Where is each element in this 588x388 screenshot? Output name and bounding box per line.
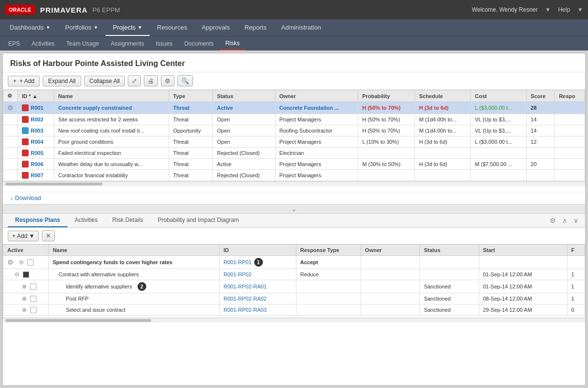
- col-id[interactable]: ID * ▲: [18, 90, 54, 102]
- panel-collapse-button[interactable]: ∧: [560, 216, 569, 225]
- risk-score: 28: [527, 102, 555, 114]
- nav-resources[interactable]: Resources: [150, 19, 194, 36]
- expand-all-button[interactable]: Expand All: [43, 76, 81, 86]
- risk-response: [555, 114, 585, 125]
- subnav-assignments[interactable]: Assignments: [105, 36, 150, 51]
- nav-dashboards[interactable]: Dashboards▼: [2, 19, 58, 36]
- expand-minus-icon[interactable]: ⊖: [19, 259, 24, 266]
- nav-portfolios[interactable]: Portfolios▼: [58, 19, 105, 36]
- col-schedule[interactable]: Schedule: [415, 90, 471, 102]
- row-gear[interactable]: [3, 114, 18, 125]
- expand-plus-icon[interactable]: ⊕: [22, 295, 27, 302]
- col-score[interactable]: Score: [527, 90, 555, 102]
- row-gear-icon[interactable]: ⚙: [7, 258, 17, 266]
- risk-score: 14: [527, 125, 555, 136]
- table-row[interactable]: R007 Contractor financial instability Th…: [3, 170, 585, 181]
- row-gear[interactable]: [3, 159, 18, 170]
- active-checkbox[interactable]: [30, 284, 36, 290]
- response-add-button[interactable]: + Add ▼: [8, 231, 39, 241]
- risk-id-link[interactable]: R003: [31, 128, 43, 134]
- col-cost[interactable]: Cost: [471, 90, 527, 102]
- scroll-thumb[interactable]: [5, 183, 103, 186]
- response-id-link[interactable]: R001-RP02-RA02: [224, 296, 267, 302]
- collapse-all-button[interactable]: Collapse All: [84, 76, 125, 86]
- subnav-activities[interactable]: Activities: [26, 36, 60, 51]
- response-id-link[interactable]: R001-RP01: [224, 259, 251, 265]
- active-checkbox[interactable]: [30, 307, 36, 313]
- panel-expand-button[interactable]: ∨: [571, 216, 580, 225]
- expand-plus-icon[interactable]: ⊕: [22, 283, 27, 290]
- col-type[interactable]: Type: [169, 90, 213, 102]
- tab-risk-details[interactable]: Risk Details: [105, 214, 150, 227]
- risk-id-link[interactable]: R001: [31, 105, 43, 111]
- row-gear[interactable]: [3, 148, 18, 159]
- download-link[interactable]: ↓ Download: [10, 195, 578, 202]
- help-button[interactable]: Help: [558, 6, 570, 13]
- threat-icon: [22, 172, 29, 179]
- scroll-thumb-bottom[interactable]: [5, 319, 151, 322]
- response-id-link[interactable]: R001-RP02-RA03: [224, 307, 267, 313]
- col-probability[interactable]: Probability: [358, 90, 415, 102]
- nav-projects[interactable]: Projects▼: [105, 19, 150, 36]
- response-row[interactable]: ⚙ ⊖ Spend contingency funds to cover hig…: [3, 256, 585, 269]
- row-gear[interactable]: ⚙: [3, 102, 18, 114]
- panel-settings-button[interactable]: ⚙: [548, 216, 558, 225]
- subnav-risks[interactable]: Risks: [220, 36, 245, 51]
- nav-reports[interactable]: Reports: [237, 19, 274, 36]
- risk-id-link[interactable]: R004: [31, 139, 43, 145]
- table-row[interactable]: R006 Weather delay due to unusually w...…: [3, 159, 585, 170]
- col-name[interactable]: Name: [54, 90, 169, 102]
- response-row[interactable]: ⊕ Post RFP R001-RP02-RA02 Sanctioned 08-…: [3, 293, 585, 304]
- table-row[interactable]: R005 Failed electrical inspection Threat…: [3, 148, 585, 159]
- expand-minus-icon[interactable]: ⊖: [15, 271, 19, 278]
- row-gear[interactable]: [3, 136, 18, 148]
- risk-probability: [358, 148, 415, 159]
- active-checkbox[interactable]: [27, 259, 34, 266]
- tab-probability-impact[interactable]: Probability and Impact Diagram: [150, 214, 246, 227]
- risk-id-link[interactable]: R005: [31, 150, 43, 156]
- subnav-eps[interactable]: EPS: [2, 36, 26, 51]
- tab-activities[interactable]: Activities: [68, 214, 105, 227]
- tools-button[interactable]: ⚙: [161, 75, 174, 86]
- subnav-issues[interactable]: Issues: [150, 36, 178, 51]
- active-checkbox[interactable]: [30, 296, 36, 302]
- risk-id-link[interactable]: R006: [31, 161, 43, 167]
- col-response[interactable]: Respo: [555, 90, 585, 102]
- row-gear[interactable]: [3, 170, 18, 181]
- risk-response: [555, 148, 585, 159]
- response-row[interactable]: ⊖ Contract with alternative suppliers R0…: [3, 269, 585, 280]
- nav-approvals[interactable]: Approvals: [194, 19, 237, 36]
- risk-id-link[interactable]: R007: [31, 172, 43, 178]
- tab-response-plans[interactable]: Response Plans: [8, 214, 68, 227]
- search-button[interactable]: 🔍: [177, 75, 193, 86]
- table-row[interactable]: R003 New roof coating cuts roof install …: [3, 125, 585, 136]
- threat-icon: [22, 104, 29, 111]
- print-button[interactable]: 🖨: [144, 75, 158, 86]
- response-row[interactable]: ⊕ Select and issue contract R001-RP02-RA…: [3, 304, 585, 316]
- response-id-link[interactable]: R001-RP02: [224, 271, 251, 277]
- panel-divider[interactable]: ⌄: [3, 204, 585, 214]
- table-row[interactable]: R004 Poor ground conditions Threat Open …: [3, 136, 585, 148]
- fullscreen-button[interactable]: ⤢: [128, 75, 141, 86]
- risk-table-scrollbar[interactable]: [3, 181, 585, 186]
- response-table-scrollbar[interactable]: [3, 318, 585, 322]
- subnav-team-usage[interactable]: Team Usage: [60, 36, 104, 51]
- table-row[interactable]: ⚙ R001 Concrete supply constrained Threa…: [3, 102, 585, 114]
- response-id-link[interactable]: R001-RP02-RA01: [224, 284, 267, 289]
- add-button[interactable]: + + Add: [8, 76, 40, 86]
- risk-status: Rejected (Closed): [213, 148, 275, 159]
- col-status[interactable]: Status: [213, 90, 275, 102]
- col-owner[interactable]: Owner: [275, 90, 358, 102]
- expand-plus-icon[interactable]: ⊕: [22, 306, 27, 313]
- nav-administration[interactable]: Administration: [274, 19, 328, 36]
- response-row[interactable]: ⊕ Identify alternative suppliers 2 R001-…: [3, 280, 585, 293]
- subnav-documents[interactable]: Documents: [178, 36, 220, 51]
- table-row[interactable]: R002 Site access restricted for 2 weeks …: [3, 114, 585, 125]
- active-checkbox[interactable]: [23, 271, 29, 278]
- response-delete-button[interactable]: ✕: [42, 230, 55, 241]
- risk-id-link[interactable]: R002: [31, 117, 43, 122]
- dashboards-arrow: ▼: [46, 25, 51, 30]
- row-gear[interactable]: [3, 125, 18, 136]
- dropdown-arrow-icon: ▼: [29, 233, 35, 239]
- risk-probability: [358, 170, 415, 181]
